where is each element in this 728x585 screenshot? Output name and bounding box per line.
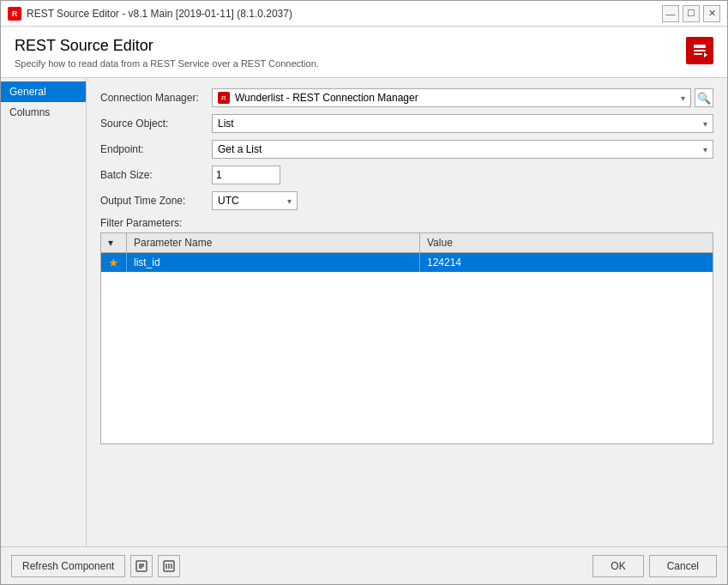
dialog-title: REST Source Editor — [15, 37, 319, 55]
header-text: REST Source Editor Specify how to read d… — [15, 37, 319, 69]
sort-col-header[interactable]: ▾ — [101, 233, 127, 252]
connection-icon: R — [218, 92, 230, 104]
filter-params-section: Filter Parameters: ▾ Parameter Name Valu… — [100, 217, 713, 444]
params-table: ▾ Parameter Name Value ★ list_id 124214 — [100, 232, 713, 444]
batch-size-row: Batch Size: ▲ ▼ — [100, 166, 713, 184]
footer: Refresh Component OK Cance — [1, 546, 727, 584]
batch-size-label: Batch Size: — [100, 169, 212, 181]
endpoint-label: Endpoint: — [100, 143, 212, 155]
footer-left: Refresh Component — [11, 555, 180, 577]
timezone-combo[interactable]: UTC — [212, 191, 298, 210]
svg-rect-1 — [694, 50, 706, 51]
app-icon: R — [8, 7, 21, 21]
connection-manager-control: R Wunderlist - REST Connection Manager 🔍 — [212, 88, 713, 107]
maximize-button[interactable]: ☐ — [683, 5, 700, 22]
source-object-combo[interactable]: List — [212, 114, 713, 133]
svg-rect-2 — [694, 53, 702, 55]
value-col-header: Value — [420, 233, 713, 252]
timezone-value: UTC — [218, 195, 239, 207]
svg-marker-3 — [704, 52, 707, 57]
row-param-value: 124214 — [420, 253, 713, 272]
connection-manager-row: Connection Manager: R Wunderlist - REST … — [100, 88, 713, 107]
connection-manager-combo[interactable]: R Wunderlist - REST Connection Manager — [212, 88, 691, 107]
endpoint-combo[interactable]: Get a List — [212, 140, 713, 159]
timezone-arrow — [287, 196, 292, 206]
sidebar: General Columns — [1, 78, 87, 546]
table-row[interactable]: ★ list_id 124214 — [101, 253, 713, 272]
connection-manager-arrow — [681, 93, 685, 103]
batch-size-control: ▲ ▼ — [212, 166, 713, 184]
dialog-subtitle: Specify how to read data from a REST Ser… — [15, 58, 319, 69]
sidebar-item-columns[interactable]: Columns — [1, 102, 86, 123]
endpoint-control: Get a List — [212, 140, 713, 159]
params-table-empty-body — [101, 272, 713, 443]
row-param-name: list_id — [127, 253, 420, 272]
window-title: REST Source Editor - v8.1 Main [2019-01-… — [27, 8, 292, 20]
minimize-button[interactable]: — — [662, 5, 679, 22]
batch-size-spinbox: ▲ ▼ — [212, 166, 280, 184]
source-object-label: Source Object: — [100, 118, 212, 130]
source-object-control: List — [212, 114, 713, 133]
endpoint-value: Get a List — [218, 143, 262, 155]
row-required-indicator: ★ — [101, 253, 127, 272]
header: REST Source Editor Specify how to read d… — [1, 27, 727, 78]
filter-params-label: Filter Parameters: — [100, 217, 713, 229]
source-object-row: Source Object: List — [100, 114, 713, 133]
connection-manager-search-button[interactable]: 🔍 — [695, 88, 713, 107]
title-bar-left: R REST Source Editor - v8.1 Main [2019-0… — [8, 7, 292, 21]
svg-rect-0 — [694, 45, 706, 48]
footer-icon-button-1[interactable] — [130, 555, 153, 577]
name-col-header: Parameter Name — [127, 233, 420, 252]
main-form: Connection Manager: R Wunderlist - REST … — [87, 78, 727, 546]
connection-manager-value: Wunderlist - REST Connection Manager — [235, 92, 418, 104]
close-button[interactable]: ✕ — [703, 5, 720, 22]
refresh-component-button[interactable]: Refresh Component — [11, 555, 125, 577]
source-object-arrow — [703, 119, 707, 129]
endpoint-row: Endpoint: Get a List — [100, 140, 713, 159]
title-bar: R REST Source Editor - v8.1 Main [2019-0… — [1, 1, 727, 27]
sort-icon: ▾ — [108, 237, 113, 249]
timezone-control: UTC — [212, 191, 713, 210]
batch-size-input[interactable] — [213, 166, 280, 184]
header-icon — [686, 37, 713, 64]
window: R REST Source Editor - v8.1 Main [2019-0… — [0, 0, 728, 585]
footer-right: OK Cancel — [593, 555, 717, 577]
timezone-row: Output Time Zone: UTC — [100, 191, 713, 210]
source-object-value: List — [218, 118, 234, 130]
params-table-header: ▾ Parameter Name Value — [101, 233, 713, 253]
connection-manager-label: Connection Manager: — [100, 92, 212, 104]
cancel-button[interactable]: Cancel — [649, 555, 717, 577]
footer-icon-button-2[interactable] — [158, 555, 180, 577]
content: General Columns Connection Manager: R Wu… — [1, 78, 727, 546]
endpoint-arrow — [703, 145, 707, 154]
ok-button[interactable]: OK — [593, 555, 643, 577]
required-star-icon: ★ — [108, 256, 119, 269]
sidebar-item-general[interactable]: General — [1, 81, 86, 102]
title-bar-controls: — ☐ ✕ — [662, 5, 720, 22]
timezone-label: Output Time Zone: — [100, 195, 212, 207]
